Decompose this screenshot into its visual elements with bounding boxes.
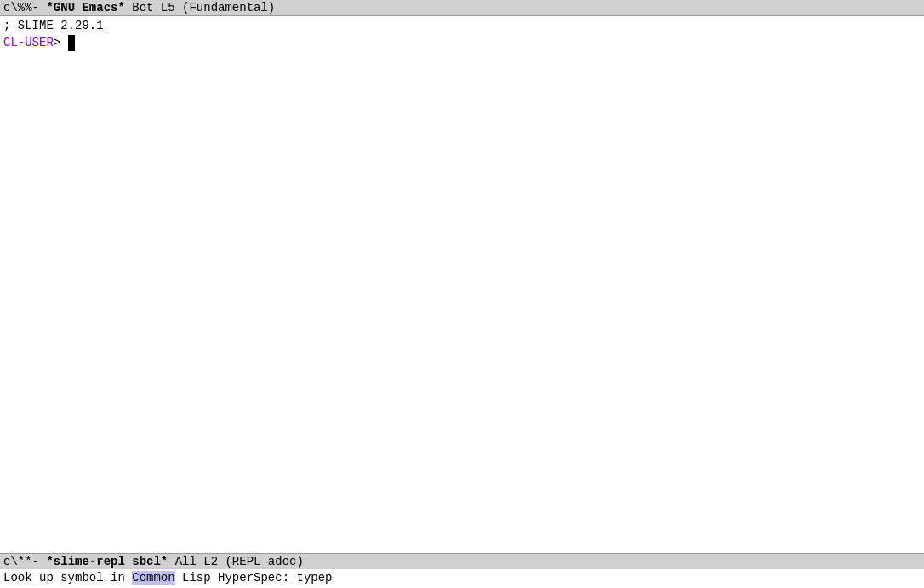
bottom-modeline-prefix: c\**- xyxy=(3,555,46,568)
top-modeline-prefix: c\%%- xyxy=(3,1,46,14)
cursor xyxy=(68,35,75,52)
editor-line-1: ; SLIME 2.29.1 xyxy=(3,18,921,35)
editor-area[interactable]: ; SLIME 2.29.1 CL-USER> xyxy=(0,16,924,553)
minibuffer-prefix: Look up symbol in xyxy=(3,571,132,585)
bottom-modeline: c\**- *slime-repl sbcl* All L2 (REPL ado… xyxy=(0,553,924,569)
minibuffer: Look up symbol in Common Lisp HyperSpec:… xyxy=(0,569,924,588)
minibuffer-common-highlight: Common xyxy=(132,571,174,585)
prompt-package: CL-USER xyxy=(3,36,54,49)
top-modeline: c\%%- *GNU Emacs* Bot L5 (Fundamental) xyxy=(0,0,924,16)
prompt-arrow: > xyxy=(54,36,68,49)
bottom-modeline-rest: All L2 (REPL adoc) xyxy=(168,555,304,568)
minibuffer-suffix: Lisp HyperSpec: typep xyxy=(175,571,333,585)
top-modeline-rest: Bot L5 (Fundamental) xyxy=(125,1,275,14)
top-modeline-buffer: *GNU Emacs* xyxy=(46,1,124,14)
bottom-modeline-buffer: *slime-repl sbcl* xyxy=(46,555,168,568)
editor-line-2: CL-USER> xyxy=(3,35,921,52)
